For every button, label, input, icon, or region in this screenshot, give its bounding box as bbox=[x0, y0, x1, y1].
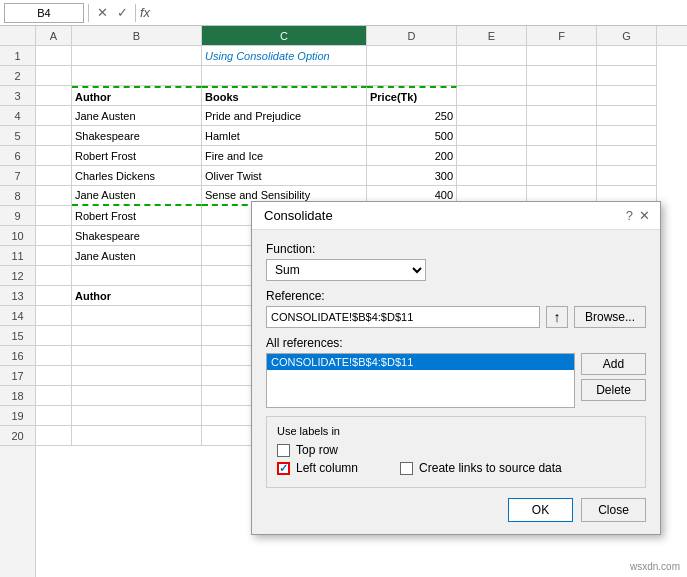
row-header-20[interactable]: 20 bbox=[0, 426, 35, 446]
cell-e7[interactable] bbox=[457, 166, 527, 186]
cell-d5[interactable]: 500 bbox=[367, 126, 457, 146]
cell-a19[interactable] bbox=[36, 406, 72, 426]
cell-a3[interactable] bbox=[36, 86, 72, 106]
cell-a6[interactable] bbox=[36, 146, 72, 166]
close-dialog-button[interactable]: Close bbox=[581, 498, 646, 522]
cell-e5[interactable] bbox=[457, 126, 527, 146]
reference-input[interactable] bbox=[266, 306, 540, 328]
cell-a15[interactable] bbox=[36, 326, 72, 346]
cell-c5[interactable]: Hamlet bbox=[202, 126, 367, 146]
row-header-17[interactable]: 17 bbox=[0, 366, 35, 386]
cell-d4[interactable]: 250 bbox=[367, 106, 457, 126]
row-header-16[interactable]: 16 bbox=[0, 346, 35, 366]
cell-a17[interactable] bbox=[36, 366, 72, 386]
cell-f7[interactable] bbox=[527, 166, 597, 186]
row-header-3[interactable]: 3 bbox=[0, 86, 35, 106]
row-header-12[interactable]: 12 bbox=[0, 266, 35, 286]
cell-f4[interactable] bbox=[527, 106, 597, 126]
ok-button[interactable]: OK bbox=[508, 498, 573, 522]
delete-button[interactable]: Delete bbox=[581, 379, 646, 401]
all-references-item[interactable]: CONSOLIDATE!$B$4:$D$11 bbox=[267, 354, 574, 370]
cell-b5[interactable]: Shakespeare bbox=[72, 126, 202, 146]
cell-b16[interactable] bbox=[72, 346, 202, 366]
cell-b20[interactable] bbox=[72, 426, 202, 446]
cell-b11[interactable]: Jane Austen bbox=[72, 246, 202, 266]
cell-b18[interactable] bbox=[72, 386, 202, 406]
col-header-a[interactable]: A bbox=[36, 26, 72, 45]
cell-b19[interactable] bbox=[72, 406, 202, 426]
cell-b4[interactable]: Jane Austen bbox=[72, 106, 202, 126]
cell-e2[interactable] bbox=[457, 66, 527, 86]
cell-a9[interactable] bbox=[36, 206, 72, 226]
cell-c1[interactable]: Using Consolidate Option bbox=[202, 46, 367, 66]
cell-f2[interactable] bbox=[527, 66, 597, 86]
row-header-2[interactable]: 2 bbox=[0, 66, 35, 86]
cell-d7[interactable]: 300 bbox=[367, 166, 457, 186]
cell-e4[interactable] bbox=[457, 106, 527, 126]
col-header-g[interactable]: G bbox=[597, 26, 657, 45]
cell-d3[interactable]: Price(Tk) bbox=[367, 86, 457, 106]
row-header-7[interactable]: 7 bbox=[0, 166, 35, 186]
cell-a16[interactable] bbox=[36, 346, 72, 366]
col-header-d[interactable]: D bbox=[367, 26, 457, 45]
cell-e6[interactable] bbox=[457, 146, 527, 166]
cell-d6[interactable]: 200 bbox=[367, 146, 457, 166]
cell-a5[interactable] bbox=[36, 126, 72, 146]
row-header-15[interactable]: 15 bbox=[0, 326, 35, 346]
cell-a12[interactable] bbox=[36, 266, 72, 286]
cell-b10[interactable]: Shakespeare bbox=[72, 226, 202, 246]
row-header-1[interactable]: 1 bbox=[0, 46, 35, 66]
cell-a8[interactable] bbox=[36, 186, 72, 206]
cell-d1[interactable] bbox=[367, 46, 457, 66]
reference-arrow-btn[interactable]: ↑ bbox=[546, 306, 568, 328]
cell-g4[interactable] bbox=[597, 106, 657, 126]
cell-e1[interactable] bbox=[457, 46, 527, 66]
top-row-checkbox[interactable] bbox=[277, 444, 290, 457]
cell-f5[interactable] bbox=[527, 126, 597, 146]
name-box[interactable]: B4 bbox=[4, 3, 84, 23]
row-header-13[interactable]: 13 bbox=[0, 286, 35, 306]
cell-b8[interactable]: Jane Austen bbox=[72, 186, 202, 206]
cell-f3[interactable] bbox=[527, 86, 597, 106]
cell-g1[interactable] bbox=[597, 46, 657, 66]
col-header-c[interactable]: C bbox=[202, 26, 367, 45]
col-header-f[interactable]: F bbox=[527, 26, 597, 45]
formula-input[interactable] bbox=[158, 6, 683, 20]
row-header-5[interactable]: 5 bbox=[0, 126, 35, 146]
row-header-6[interactable]: 6 bbox=[0, 146, 35, 166]
cell-g3[interactable] bbox=[597, 86, 657, 106]
row-header-18[interactable]: 18 bbox=[0, 386, 35, 406]
cell-a18[interactable] bbox=[36, 386, 72, 406]
cell-c7[interactable]: Oliver Twist bbox=[202, 166, 367, 186]
cell-b9[interactable]: Robert Frost bbox=[72, 206, 202, 226]
row-header-14[interactable]: 14 bbox=[0, 306, 35, 326]
cell-f6[interactable] bbox=[527, 146, 597, 166]
row-header-19[interactable]: 19 bbox=[0, 406, 35, 426]
cell-g7[interactable] bbox=[597, 166, 657, 186]
browse-button[interactable]: Browse... bbox=[574, 306, 646, 328]
cell-b6[interactable]: Robert Frost bbox=[72, 146, 202, 166]
add-button[interactable]: Add bbox=[581, 353, 646, 375]
cell-g6[interactable] bbox=[597, 146, 657, 166]
col-header-b[interactable]: B bbox=[72, 26, 202, 45]
cell-g5[interactable] bbox=[597, 126, 657, 146]
cell-b3[interactable]: Author bbox=[72, 86, 202, 106]
cell-a11[interactable] bbox=[36, 246, 72, 266]
cell-a14[interactable] bbox=[36, 306, 72, 326]
row-header-8[interactable]: 8 bbox=[0, 186, 35, 206]
confirm-formula-icon[interactable]: ✓ bbox=[113, 4, 131, 22]
row-header-11[interactable]: 11 bbox=[0, 246, 35, 266]
cell-a7[interactable] bbox=[36, 166, 72, 186]
cell-b13[interactable]: Author bbox=[72, 286, 202, 306]
cell-c4[interactable]: Pride and Prejudice bbox=[202, 106, 367, 126]
dialog-help-btn[interactable]: ? bbox=[626, 208, 633, 223]
cell-a13[interactable] bbox=[36, 286, 72, 306]
cell-a20[interactable] bbox=[36, 426, 72, 446]
cell-b14[interactable] bbox=[72, 306, 202, 326]
cell-g2[interactable] bbox=[597, 66, 657, 86]
cell-c3[interactable]: Books bbox=[202, 86, 367, 106]
row-header-9[interactable]: 9 bbox=[0, 206, 35, 226]
cell-b15[interactable] bbox=[72, 326, 202, 346]
cell-b12[interactable] bbox=[72, 266, 202, 286]
cell-b7[interactable]: Charles Dickens bbox=[72, 166, 202, 186]
